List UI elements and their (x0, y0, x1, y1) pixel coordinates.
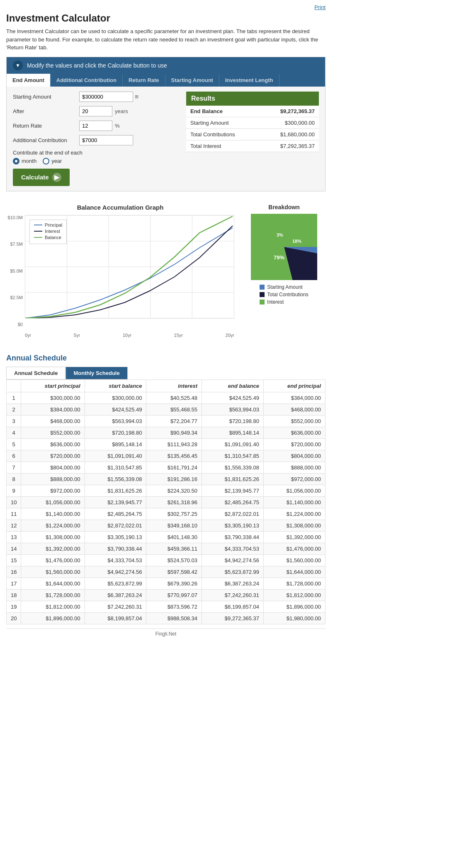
cell-start-balance: $4,942,274.56 (85, 566, 146, 578)
table-row: 3 $468,000.00 $563,994.03 $72,204.77 $72… (7, 415, 326, 427)
tab-investment-length[interactable]: Investment Length (219, 74, 279, 87)
interest-legend-label: Interest (45, 229, 60, 234)
schedule-table-header: start principal start balance interest e… (7, 380, 326, 392)
y-label-5m: $5.0M (10, 268, 23, 273)
radio-month-label: month (22, 158, 36, 164)
tab-return-rate[interactable]: Return Rate (123, 74, 165, 87)
table-row: 14 $1,392,000.00 $3,790,338.44 $459,366.… (7, 543, 326, 554)
cell-end-principal: $1,812,000.00 (263, 589, 325, 601)
cell-end-balance: $2,139,945.77 (202, 485, 263, 496)
graph-title: Balance Accumulation Graph (6, 204, 234, 211)
y-label-75m: $7.5M (10, 242, 23, 247)
cell-end-principal: $1,560,000.00 (263, 554, 325, 566)
cell-end-balance: $563,994.03 (202, 404, 263, 415)
col-interest: interest (146, 380, 202, 392)
cell-end-principal: $804,000.00 (263, 450, 325, 462)
cell-start-principal: $1,308,000.00 (21, 531, 85, 543)
starting-amount-label: Starting Amount (13, 94, 79, 100)
legend-principal: Principal (34, 222, 62, 227)
cell-end-principal: $720,000.00 (263, 438, 325, 450)
radio-year[interactable]: year (43, 158, 62, 164)
tab-additional-contribution[interactable]: Additional Contribution (51, 74, 123, 87)
cell-year: 15 (7, 554, 21, 566)
tab-starting-amount[interactable]: Starting Amount (165, 74, 219, 87)
cell-start-principal: $720,000.00 (21, 450, 85, 462)
cell-end-principal: $468,000.00 (263, 404, 325, 415)
cell-end-principal: $1,476,000.00 (263, 543, 325, 554)
cell-interest: $224,320.50 (146, 485, 202, 496)
x-label-20yr: 20yr (226, 333, 234, 338)
end-balance-value: $9,272,365.37 (260, 106, 319, 117)
table-row: 6 $720,000.00 $1,091,091.40 $135,456.45 … (7, 450, 326, 462)
radio-month[interactable]: month (13, 158, 36, 164)
cell-end-principal: $1,644,000.00 (263, 566, 325, 578)
graph-section: Balance Accumulation Graph $10.0M $7.5M … (6, 200, 326, 343)
chart-wrapper: $10.0M $7.5M $5.0M $2.5M $0 (6, 215, 234, 339)
calculate-arrow-icon: ▶ (52, 173, 61, 182)
breakdown-title: Breakdown (243, 204, 326, 210)
x-label-15yr: 15yr (174, 333, 183, 338)
cell-start-balance: $2,872,022.01 (85, 520, 146, 531)
cell-interest: $401,148.30 (146, 531, 202, 543)
print-link[interactable]: Print (6, 4, 326, 10)
cell-end-principal: $1,728,000.00 (263, 578, 325, 589)
cell-interest: $597,598.42 (146, 566, 202, 578)
cell-end-principal: $888,000.00 (263, 462, 325, 473)
starting-amount-input[interactable] (79, 92, 133, 102)
additional-contribution-label: Additional Contribution (13, 137, 79, 143)
page-description: The Investment Calculator can be used to… (6, 27, 326, 52)
additional-contribution-input[interactable] (79, 135, 133, 145)
table-row: 19 $1,812,000.00 $7,242,260.31 $873,596.… (7, 601, 326, 612)
cell-year: 9 (7, 485, 21, 496)
cell-start-balance: $1,831,625.26 (85, 485, 146, 496)
cell-year: 4 (7, 427, 21, 438)
cell-start-balance: $2,485,264.75 (85, 508, 146, 520)
col-end-principal: end principal (263, 380, 325, 392)
schedule-tab-annual[interactable]: Annual Schedule (6, 367, 66, 380)
contribute-label: Contribute at the end of each (13, 150, 178, 156)
additional-contribution-row: Additional Contribution (13, 135, 178, 145)
cell-end-balance: $6,387,263.24 (202, 578, 263, 589)
cell-interest: $135,456.45 (146, 450, 202, 462)
breakdown-area: Breakdown 3% 18% 79% (243, 204, 326, 339)
return-rate-input[interactable] (79, 121, 112, 131)
results-starting-amount-value: $300,000.00 (260, 117, 319, 128)
cell-end-principal: $1,308,000.00 (263, 520, 325, 531)
cell-end-balance: $5,623,872.99 (202, 566, 263, 578)
chart-plot: Principal Interest Balance (25, 215, 234, 319)
table-row: 1 $300,000.00 $300,000.00 $40,525.48 $42… (7, 392, 326, 404)
x-label-5yr: 5yr (74, 333, 80, 338)
cell-start-balance: $424,525.49 (85, 404, 146, 415)
legend-interest: Interest (34, 229, 62, 234)
cell-end-balance: $8,199,857.04 (202, 601, 263, 612)
y-label-10m: $10.0M (7, 215, 23, 220)
cell-start-principal: $1,728,000.00 (21, 589, 85, 601)
y-label-0: $0 (18, 322, 23, 327)
cell-start-balance: $1,310,547.85 (85, 462, 146, 473)
cell-year: 19 (7, 601, 21, 612)
radio-year-label: year (51, 158, 62, 164)
calc-inputs: Starting Amount ⊞ After years Return Rat… (13, 92, 178, 186)
cell-interest: $873,596.72 (146, 601, 202, 612)
schedule-tab-monthly[interactable]: Monthly Schedule (66, 367, 127, 380)
dropdown-icon[interactable]: ▼ (13, 60, 23, 70)
table-row: 17 $1,644,000.00 $5,623,872.99 $679,390.… (7, 578, 326, 589)
calculator-box: ▼ Modify the values and click the Calcul… (6, 57, 326, 191)
table-row: 5 $636,000.00 $895,148.14 $111,943.28 $1… (7, 438, 326, 450)
graph-container: Balance Accumulation Graph $10.0M $7.5M … (6, 204, 326, 339)
pie-starting-legend-label: Starting Amount (267, 284, 302, 290)
years-input[interactable] (79, 106, 112, 116)
schedule-section: Annual Schedule Annual Schedule Monthly … (6, 354, 326, 624)
contribute-row: Contribute at the end of each month year (13, 150, 178, 164)
col-start-principal: start principal (21, 380, 85, 392)
cell-year: 3 (7, 415, 21, 427)
cell-start-principal: $468,000.00 (21, 415, 85, 427)
schedule-table-body: 1 $300,000.00 $300,000.00 $40,525.48 $42… (7, 392, 326, 624)
cell-start-principal: $636,000.00 (21, 438, 85, 450)
tab-end-amount[interactable]: End Amount (7, 74, 51, 87)
cell-interest: $459,366.11 (146, 543, 202, 554)
calc-header-text: Modify the values and click the Calculat… (27, 62, 167, 69)
calculate-button[interactable]: Calculate ▶ (13, 169, 70, 186)
radio-month-circle[interactable] (13, 158, 19, 164)
radio-year-circle[interactable] (43, 158, 49, 164)
